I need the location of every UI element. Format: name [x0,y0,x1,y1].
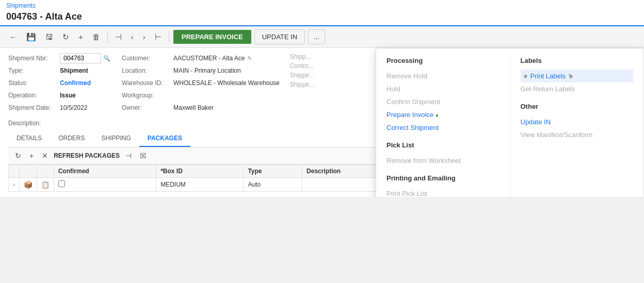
shipment-date-value: 10/5/2022 [60,103,87,113]
col-expand [9,165,20,178]
search-icon[interactable]: 🔍 [103,55,110,62]
separator2 [169,31,169,43]
add-button[interactable]: + [75,30,86,43]
tab-orders[interactable]: ORDERS [50,130,93,147]
correct-shipment-item[interactable]: Correct Shipment [387,121,500,134]
dropdown-columns: Processing Remove Hold Hold Confirm Ship… [376,57,643,197]
remove-hold-item[interactable]: Remove Hold [387,70,500,82]
undo-button[interactable]: ↻ [59,30,72,44]
tab-details[interactable]: DETAILS [8,130,50,147]
tab-shipping[interactable]: SHIPPING [93,130,139,147]
prepare-invoice-button[interactable]: PREPARE INVOICE [173,30,251,44]
customer-label: Customer: [122,53,173,63]
status-label: Status: [8,78,60,88]
col-icon2 [37,165,54,178]
get-return-labels-item[interactable]: Get Return Labels [521,82,634,95]
warehouse-id-value: WHOLESALE - Wholesale Warehouse [173,78,280,88]
save2-button[interactable]: 🖫 [42,30,56,43]
row-confirmed-cell[interactable] [54,178,156,192]
prev-button[interactable]: ‹ [128,30,137,43]
type-value: Shipment [60,65,88,76]
customer-value: AACUSTOMER - Alta Ace [173,53,245,63]
top-bar: Shipments 004763 - Alta Ace [0,0,644,26]
prepare-invoice-item[interactable]: Prepare Invoice ● [387,108,500,121]
save-button[interactable]: 💾 [23,30,39,44]
shipment-nbr-input[interactable] [60,53,101,63]
pkg-icon1-button[interactable]: ⊣ [123,151,134,161]
main-content: Shipment Nbr: 🔍 Type: Shipment Status: C… [0,48,644,197]
owner-label: Owner: [122,103,173,113]
toolbar: ← 💾 🖫 ↻ + 🗑 ⊣ ‹ › ⊢ PREPARE INVOICE UPDA… [0,26,644,48]
confirm-shipment-item[interactable]: Confirm Shipment [387,95,500,108]
type-label: Type: [8,65,60,76]
more-button[interactable]: ... [308,29,325,44]
update-in-item[interactable]: Update IN [521,115,634,128]
shippe-label: Shipp... [290,53,373,60]
add-package-button[interactable]: + [27,151,36,161]
dropdown-left-col: Processing Remove Hold Hold Confirm Ship… [376,57,510,197]
dropdown-overlay: Processing Remove Hold Hold Confirm Ship… [376,48,644,197]
last-button[interactable]: ⊢ [152,30,165,44]
row-box-id-cell: MEDIUM [156,178,244,192]
description-label: Description: [8,118,41,128]
col-confirmed: Confirmed [54,165,156,178]
view-manifest-item[interactable]: View Manifest/Scanform [521,128,634,141]
refresh-button[interactable]: ↻ [12,151,24,161]
tab-packages[interactable]: PACKAGES [139,130,190,147]
location-value: MAIN - Primary Location [173,65,241,76]
operation-value: Issue [60,90,76,101]
warehouse-id-label: Warehouse ID: [122,78,173,88]
row-expand-cell[interactable]: › [9,178,20,192]
remove-package-button[interactable]: ✕ [39,151,51,161]
operation-label: Operation: [8,90,60,101]
hold-item[interactable]: Hold [387,82,500,95]
page-title: 004763 - Alta Ace [6,10,638,25]
star-icon: ★ [523,73,528,80]
dropdown-right-col: Labels ★Print Labels 🖱 Get Return Labels… [510,57,644,197]
status-value: Confirmed [60,78,91,88]
breadcrumb[interactable]: Shipments [6,0,638,10]
control-label: Contro... [290,62,373,70]
first-button[interactable]: ⊣ [112,30,125,44]
back-button[interactable]: ← [6,30,20,43]
print-labels-item[interactable]: ★Print Labels 🖱 [521,70,634,82]
delete-button[interactable]: 🗑 [89,30,103,43]
confirmed-checkbox[interactable] [58,180,65,187]
printing-title: Printing and Emailing [387,174,500,182]
separator [107,31,108,43]
workgroup-label: Workgroup: [122,90,173,101]
row-icon2-cell: 📋 [37,178,54,192]
pick-list-title: Pick List [387,141,500,149]
other-title: Other [521,103,634,110]
owner-value: Maxwell Baker [173,103,214,113]
shipment-date-label: Shipment Date: [8,103,60,113]
pkg-icon2-button[interactable]: ☒ [137,151,149,161]
col-type: Type [244,165,302,178]
shippe3-label: Shippe... [290,81,373,88]
update-in-button[interactable]: UPDATE IN [254,29,305,44]
shipment-nbr-box: 🔍 [60,53,110,63]
print-pick-list-item[interactable]: Print Pick List [387,187,500,197]
refresh-packages-label: REFRESH PACKAGES [54,152,120,159]
shipment-nbr-label: Shipment Nbr: [8,53,60,63]
customer-edit-icon[interactable]: ✎ [247,55,252,62]
shippe2-label: Shippe... [290,72,373,79]
row-type-cell: Auto [244,178,302,192]
labels-title: Labels [521,57,634,64]
col-icon1 [19,165,37,178]
processing-title: Processing [387,57,500,64]
col-box-id: *Box ID [156,165,244,178]
row-icon1-cell: 📦 [19,178,37,192]
next-button[interactable]: › [140,30,149,43]
location-label: Location: [122,65,173,76]
remove-worksheet-item[interactable]: Remove from Worksheet [387,154,500,167]
